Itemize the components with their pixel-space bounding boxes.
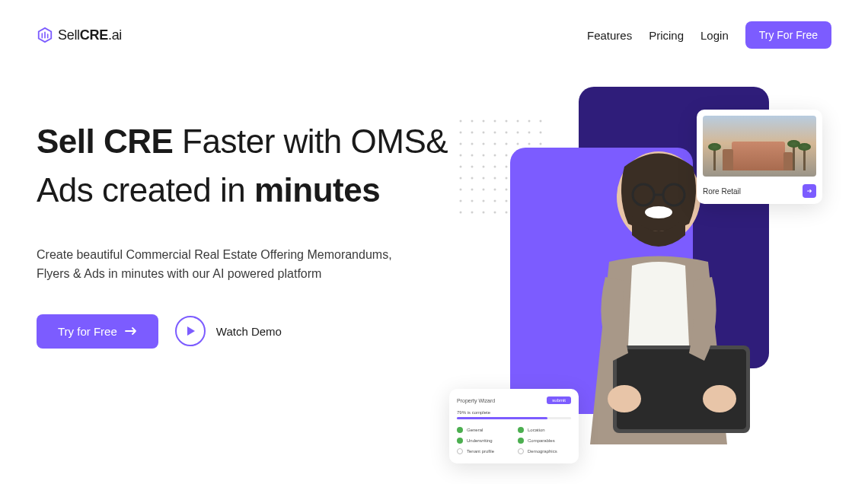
wizard-item: Comparables <box>518 438 571 444</box>
watch-demo-label: Watch Demo <box>216 325 282 338</box>
try-free-button[interactable]: Try for Free <box>37 314 158 349</box>
svg-point-17 <box>471 143 474 145</box>
nav-cta-button[interactable]: Try For Free <box>745 21 831 49</box>
wizard-item-label: Demographics <box>528 449 557 454</box>
play-icon <box>175 316 206 346</box>
svg-point-52 <box>506 189 508 191</box>
svg-point-3 <box>494 120 496 123</box>
svg-point-16 <box>460 143 462 145</box>
retail-card-arrow-button[interactable] <box>803 184 816 198</box>
check-icon <box>518 427 524 433</box>
unchecked-icon <box>457 448 463 454</box>
svg-point-11 <box>494 132 496 134</box>
wizard-item: General <box>457 427 510 433</box>
svg-point-56 <box>460 200 462 202</box>
nav-login[interactable]: Login <box>700 29 729 42</box>
svg-point-79 <box>608 385 641 412</box>
svg-point-9 <box>471 132 474 134</box>
retail-card-image <box>703 116 816 177</box>
svg-point-4 <box>506 120 508 123</box>
wizard-item: Demographics <box>518 448 571 454</box>
nav: Features Pricing Login Try For Free <box>587 21 831 49</box>
svg-point-18 <box>483 143 485 145</box>
check-icon <box>518 438 524 444</box>
logo-text: SellCRE.ai <box>58 27 122 43</box>
arrow-right-icon <box>125 326 137 336</box>
svg-point-42 <box>483 177 485 180</box>
svg-point-2 <box>483 120 485 123</box>
svg-point-59 <box>494 200 496 202</box>
svg-point-19 <box>494 143 496 145</box>
wizard-item-label: Underwriting <box>467 438 493 443</box>
wizard-progress-label: 79% is complete <box>457 410 571 415</box>
check-icon <box>457 438 463 444</box>
wizard-item-label: Location <box>528 428 545 432</box>
svg-point-67 <box>494 212 496 214</box>
svg-point-26 <box>483 154 485 157</box>
svg-point-80 <box>703 385 736 412</box>
svg-point-50 <box>483 189 485 191</box>
cta-row: Try for Free Watch Demo <box>37 314 463 349</box>
svg-point-40 <box>460 177 462 180</box>
headline: Sell CRE Faster with OMS& Ads created in… <box>37 117 463 215</box>
svg-point-10 <box>483 132 485 134</box>
hero-left: Sell CRE Faster with OMS& Ads created in… <box>37 117 463 349</box>
svg-point-1 <box>471 120 474 123</box>
svg-point-22 <box>528 143 531 145</box>
wizard-title: Property Wizard <box>457 398 495 403</box>
retail-card-label: Rore Retail <box>703 187 741 196</box>
svg-point-24 <box>460 154 462 157</box>
svg-point-21 <box>517 143 519 145</box>
wizard-progress-bar <box>457 417 571 419</box>
watch-demo-button[interactable]: Watch Demo <box>175 316 282 346</box>
svg-point-64 <box>460 212 462 214</box>
svg-point-36 <box>506 166 508 168</box>
svg-point-43 <box>494 177 496 180</box>
svg-point-14 <box>528 132 531 134</box>
nav-pricing[interactable]: Pricing <box>649 29 684 42</box>
svg-point-49 <box>471 189 474 191</box>
svg-point-6 <box>528 120 531 123</box>
arrow-right-icon <box>806 188 812 194</box>
svg-point-58 <box>483 200 485 202</box>
svg-point-32 <box>460 166 462 168</box>
header: SellCRE.ai Features Pricing Login Try Fo… <box>0 0 868 49</box>
svg-point-0 <box>460 120 462 123</box>
svg-point-44 <box>506 177 508 180</box>
check-icon <box>457 427 463 433</box>
svg-point-28 <box>506 154 508 157</box>
svg-point-48 <box>460 189 462 191</box>
logo-icon <box>37 27 53 43</box>
svg-point-8 <box>460 132 462 134</box>
svg-point-25 <box>471 154 474 157</box>
svg-point-20 <box>506 143 508 145</box>
svg-point-76 <box>645 206 672 218</box>
wizard-item: Tenant profile <box>457 448 510 454</box>
unchecked-icon <box>518 448 524 454</box>
wizard-item-label: General <box>467 428 483 432</box>
logo[interactable]: SellCRE.ai <box>37 27 122 43</box>
wizard-item-label: Tenant profile <box>467 449 494 454</box>
wizard-item: Underwriting <box>457 438 510 444</box>
nav-features[interactable]: Features <box>587 29 632 42</box>
hero: Sell CRE Faster with OMS& Ads created in… <box>0 117 868 349</box>
hero-illustration: Rore Retail Property Wizard submit 79% i… <box>449 87 853 482</box>
wizard-badge[interactable]: submit <box>547 396 571 404</box>
svg-point-27 <box>494 154 496 157</box>
retail-card: Rore Retail <box>697 110 822 204</box>
svg-point-33 <box>471 166 474 168</box>
wizard-card: Property Wizard submit 79% is complete G… <box>449 389 579 463</box>
svg-point-5 <box>517 120 519 123</box>
svg-point-68 <box>506 212 508 214</box>
svg-point-12 <box>506 132 508 134</box>
hero-subtext: Create beautiful Commercial Real Estate … <box>37 245 394 284</box>
svg-point-65 <box>471 212 474 214</box>
svg-point-66 <box>483 212 485 214</box>
wizard-item: Location <box>518 427 571 433</box>
wizard-item-label: Comparables <box>528 438 555 443</box>
svg-point-51 <box>494 189 496 191</box>
svg-point-34 <box>483 166 485 168</box>
svg-point-13 <box>517 132 519 134</box>
wizard-items: General Location Underwriting Comparable… <box>457 427 571 454</box>
svg-point-41 <box>471 177 474 180</box>
